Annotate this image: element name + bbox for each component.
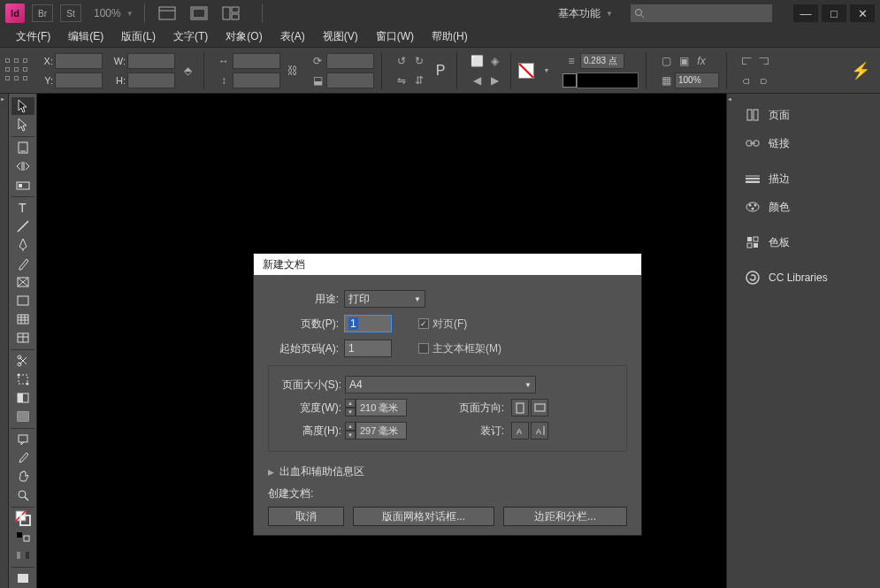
content-collector-tool[interactable]	[11, 176, 34, 194]
menu-file[interactable]: 文件(F)	[7, 29, 59, 44]
h-field[interactable]	[127, 73, 175, 88]
panel-links[interactable]: 链接	[735, 129, 880, 157]
menu-layout[interactable]: 版面(L)	[112, 29, 165, 44]
menu-edit[interactable]: 编辑(E)	[59, 29, 112, 44]
hand-tool[interactable]	[11, 468, 34, 485]
effects-icon[interactable]: fx	[693, 52, 710, 70]
rotate-ccw-icon[interactable]: ↺	[393, 52, 410, 70]
intent-select[interactable]: 打印▼	[344, 290, 425, 308]
tool-panel-collapse[interactable]	[0, 94, 9, 588]
start-page-input[interactable]: 1	[344, 340, 392, 357]
maximize-button[interactable]: □	[822, 4, 846, 22]
select-prev-icon[interactable]: ◀	[468, 72, 486, 89]
link-icon[interactable]: ⛓	[284, 62, 302, 80]
arrange-button[interactable]	[219, 4, 242, 23]
direct-selection-tool[interactable]	[11, 116, 34, 134]
layout-grid-button[interactable]: 版面网格对话框...	[353, 507, 494, 526]
p-icon[interactable]: P	[432, 62, 449, 80]
align-bottom-icon[interactable]: ⫐	[755, 72, 773, 89]
line-tool[interactable]	[11, 218, 34, 235]
grid-tool[interactable]	[11, 310, 34, 328]
textframe-checkbox[interactable]	[418, 343, 429, 354]
stroke-weight-field[interactable]: 0.283 点	[580, 53, 624, 69]
flip-v-icon[interactable]: ⇵	[410, 72, 428, 89]
panel-pages[interactable]: 页面	[735, 101, 880, 129]
orientation-landscape[interactable]	[531, 399, 548, 416]
menu-table[interactable]: 表(A)	[272, 29, 314, 44]
fill-swatch[interactable]	[518, 63, 534, 79]
stroke-swatch[interactable]	[562, 73, 577, 88]
screen-mode-button[interactable]	[187, 4, 210, 23]
close-button[interactable]: ✕	[850, 4, 875, 22]
stroke-style-field[interactable]	[577, 73, 639, 88]
gap-tool[interactable]	[11, 157, 34, 175]
search-input[interactable]	[631, 4, 772, 22]
note-tool[interactable]	[11, 431, 34, 448]
page-size-select[interactable]: A4▼	[345, 376, 536, 393]
wrap-bbox-icon[interactable]: ▣	[675, 52, 693, 70]
align-left-icon[interactable]: ⫍	[738, 52, 755, 70]
wrap-none-icon[interactable]: ▢	[657, 52, 675, 70]
facing-checkbox[interactable]: ✓	[418, 318, 429, 329]
fill-stroke-tool[interactable]	[11, 509, 34, 527]
width-stepper[interactable]: ▲▼	[345, 399, 356, 416]
scale-x-field[interactable]	[233, 53, 280, 69]
minimize-button[interactable]: —	[793, 4, 818, 22]
rectangle-tool[interactable]	[11, 292, 34, 309]
default-fill-stroke-tool[interactable]	[11, 528, 34, 546]
scale-y-field[interactable]	[233, 73, 280, 88]
panel-stroke[interactable]: 描边	[735, 164, 880, 193]
pencil-tool[interactable]	[11, 255, 34, 272]
quick-apply-icon[interactable]: ⚡	[850, 57, 871, 84]
binding-rtl[interactable]: A	[531, 422, 548, 439]
pen-tool[interactable]	[11, 236, 34, 254]
menu-object[interactable]: 对象(O)	[217, 29, 271, 44]
rotate-cw-icon[interactable]: ↻	[410, 52, 428, 70]
select-container-icon[interactable]: ⬜	[468, 52, 486, 70]
document-canvas[interactable]: 新建文档 用途: 打印▼ 页数(P): 1 ✓ 对页(F) 起始页码(A):	[37, 94, 726, 588]
apply-color-tool[interactable]	[11, 546, 34, 564]
y-field[interactable]	[55, 73, 103, 88]
table-tool[interactable]	[11, 329, 34, 347]
panel-cc-libraries[interactable]: CC Libraries	[735, 263, 880, 292]
constrain-icon[interactable]: ⬘	[179, 62, 196, 80]
zoom-level[interactable]: 100%	[94, 7, 121, 19]
selection-tool[interactable]	[11, 97, 34, 115]
eyedropper-tool[interactable]	[11, 449, 34, 467]
select-next-icon[interactable]: ▶	[486, 72, 503, 89]
align-center-icon[interactable]: ⫎	[755, 52, 773, 70]
width-input[interactable]: 210 毫米	[356, 399, 407, 416]
shear-field[interactable]	[326, 73, 374, 88]
fill-dropdown-icon[interactable]: ▼	[538, 62, 555, 80]
free-transform-tool[interactable]	[11, 370, 34, 388]
x-field[interactable]	[55, 53, 103, 69]
view-mode-tool[interactable]	[11, 569, 34, 587]
stock-button[interactable]: St	[60, 4, 81, 22]
menu-type[interactable]: 文字(T)	[165, 29, 217, 44]
align-top-icon[interactable]: ⫏	[738, 72, 755, 89]
margins-button[interactable]: 边距和分栏...	[503, 507, 627, 526]
pages-input[interactable]: 1	[344, 315, 392, 332]
flip-h-icon[interactable]: ⇋	[393, 72, 410, 89]
bridge-button[interactable]: Br	[32, 4, 53, 22]
menu-help[interactable]: 帮助(H)	[423, 29, 477, 44]
type-tool[interactable]: T	[11, 199, 34, 217]
zoom-dropdown-icon[interactable]: ▼	[126, 10, 134, 18]
rotate-field[interactable]	[326, 53, 374, 69]
binding-ltr[interactable]: A	[511, 422, 529, 439]
workspace-switcher[interactable]: 基本功能▼	[549, 6, 622, 21]
orientation-portrait[interactable]	[511, 399, 529, 416]
menu-view[interactable]: 视图(V)	[314, 29, 367, 44]
page-tool[interactable]	[11, 139, 34, 157]
bleed-section-toggle[interactable]: ▶ 出血和辅助信息区	[268, 464, 627, 479]
height-input[interactable]: 297 毫米	[356, 422, 407, 439]
gradient-swatch-tool[interactable]	[11, 389, 34, 407]
panel-swatches[interactable]: 色板	[735, 228, 880, 256]
panel-color[interactable]: 颜色	[735, 193, 880, 221]
zoom-tool[interactable]	[11, 486, 34, 504]
cancel-button[interactable]: 取消	[268, 507, 344, 526]
w-field[interactable]	[127, 53, 175, 69]
view-options-button[interactable]	[156, 4, 179, 23]
menu-window[interactable]: 窗口(W)	[367, 29, 423, 44]
reference-point[interactable]	[5, 58, 30, 83]
